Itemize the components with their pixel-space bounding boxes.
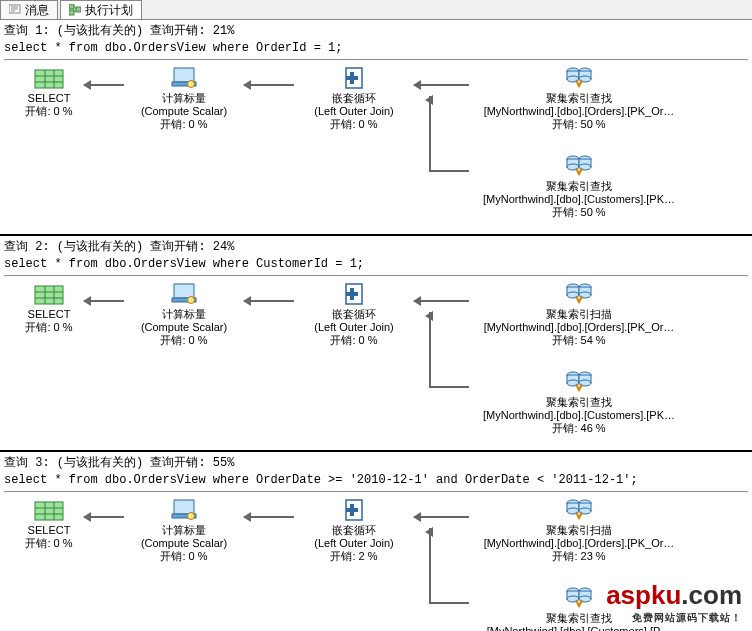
result-icon	[33, 66, 65, 90]
op-cost: 开销: 0 %	[114, 550, 254, 563]
arrow	[414, 84, 469, 86]
query-1-section: 查询 1: (与该批有关的) 查询开销: 21% select * from d…	[0, 20, 752, 236]
tab-execution-plan[interactable]: 执行计划	[60, 0, 142, 19]
query-1-plan: SELECT 开销: 0 % 计算标量 (Compute Scalar) 开销:…	[4, 66, 748, 226]
op-compute-scalar[interactable]: 计算标量 (Compute Scalar) 开销: 0 %	[114, 282, 254, 347]
op-cost: 开销: 0 %	[114, 118, 254, 131]
op-cost: 开销: 0 %	[284, 118, 424, 131]
op-title: 计算标量	[114, 308, 254, 321]
op-clustered-index-seek[interactable]: 聚集索引查找 [MyNorthwind].[dbo].[Customers].[…	[464, 586, 694, 631]
op-title: SELECT	[4, 308, 94, 321]
query-2-plan: SELECT 开销: 0 % 计算标量 (Compute Scalar) 开销:…	[4, 282, 748, 442]
execution-plan-pane[interactable]: 查询 1: (与该批有关的) 查询开销: 21% select * from d…	[0, 20, 752, 631]
op-compute-scalar[interactable]: 计算标量 (Compute Scalar) 开销: 0 %	[114, 66, 254, 131]
op-nested-loops[interactable]: 嵌套循环 (Left Outer Join) 开销: 0 %	[284, 282, 424, 347]
arrow	[414, 300, 469, 302]
arrow-elbow	[429, 528, 469, 604]
index-seek-icon	[563, 66, 595, 90]
op-title: 嵌套循环	[284, 308, 424, 321]
op-title: SELECT	[4, 92, 94, 105]
index-scan-icon	[563, 498, 595, 522]
op-title: 聚集索引扫描	[464, 308, 694, 321]
arrow	[414, 516, 469, 518]
op-title: 嵌套循环	[284, 92, 424, 105]
tab-execution-plan-label: 执行计划	[85, 2, 133, 19]
op-cost: 开销: 0 %	[114, 334, 254, 347]
op-nested-loops[interactable]: 嵌套循环 (Left Outer Join) 开销: 2 %	[284, 498, 424, 563]
compute-scalar-icon	[168, 498, 200, 522]
op-cost: 开销: 0 %	[4, 537, 94, 550]
op-cost: 开销: 0 %	[4, 321, 94, 334]
op-sub: (Compute Scalar)	[114, 105, 254, 118]
op-sub: [MyNorthwind].[dbo].[Customers].[P…	[464, 625, 694, 631]
op-sub: (Left Outer Join)	[284, 105, 424, 118]
op-clustered-index-scan[interactable]: 聚集索引扫描 [MyNorthwind].[dbo].[Orders].[PK_…	[464, 282, 694, 347]
op-title: 聚集索引扫描	[464, 524, 694, 537]
op-sub: [MyNorthwind].[dbo].[Customers].[PK…	[464, 193, 694, 206]
op-cost: 开销: 54 %	[464, 334, 694, 347]
op-title: 聚集索引查找	[464, 92, 694, 105]
op-title: 聚集索引查找	[464, 612, 694, 625]
op-sub: (Left Outer Join)	[284, 321, 424, 334]
index-scan-icon	[563, 282, 595, 306]
op-compute-scalar[interactable]: 计算标量 (Compute Scalar) 开销: 0 %	[114, 498, 254, 563]
op-cost: 开销: 50 %	[464, 206, 694, 219]
query-3-header: 查询 3: (与该批有关的) 查询开销: 55%	[4, 454, 748, 473]
query-3-plan: SELECT 开销: 0 % 计算标量 (Compute Scalar) 开销:…	[4, 498, 748, 631]
compute-scalar-icon	[168, 282, 200, 306]
execution-plan-icon	[69, 4, 81, 16]
op-select[interactable]: SELECT 开销: 0 %	[4, 66, 94, 118]
index-seek-icon	[563, 154, 595, 178]
tab-messages[interactable]: 消息	[0, 0, 58, 19]
result-icon	[33, 498, 65, 522]
op-sub: (Compute Scalar)	[114, 321, 254, 334]
arrow-elbow	[429, 312, 469, 388]
query-1-sql: select * from dbo.OrdersView where Order…	[4, 41, 748, 60]
index-seek-icon	[563, 586, 595, 610]
op-sub: [MyNorthwind].[dbo].[Orders].[PK_Or…	[464, 537, 694, 550]
tab-messages-label: 消息	[25, 2, 49, 19]
query-2-header: 查询 2: (与该批有关的) 查询开销: 24%	[4, 238, 748, 257]
op-sub: [MyNorthwind].[dbo].[Orders].[PK_Or…	[464, 105, 694, 118]
op-clustered-index-seek[interactable]: 聚集索引查找 [MyNorthwind].[dbo].[Orders].[PK_…	[464, 66, 694, 131]
op-cost: 开销: 0 %	[4, 105, 94, 118]
op-title: 聚集索引查找	[464, 396, 694, 409]
query-1-header: 查询 1: (与该批有关的) 查询开销: 21%	[4, 22, 748, 41]
query-2-section: 查询 2: (与该批有关的) 查询开销: 24% select * from d…	[0, 236, 752, 452]
op-cost: 开销: 2 %	[284, 550, 424, 563]
index-seek-icon	[563, 370, 595, 394]
nested-loops-icon	[338, 282, 370, 306]
op-sub: [MyNorthwind].[dbo].[Orders].[PK_Or…	[464, 321, 694, 334]
op-title: 计算标量	[114, 92, 254, 105]
op-clustered-index-scan[interactable]: 聚集索引扫描 [MyNorthwind].[dbo].[Orders].[PK_…	[464, 498, 694, 563]
op-clustered-index-seek[interactable]: 聚集索引查找 [MyNorthwind].[dbo].[Customers].[…	[464, 370, 694, 435]
op-sub: (Compute Scalar)	[114, 537, 254, 550]
messages-icon	[9, 4, 21, 16]
tab-bar: 消息 执行计划	[0, 0, 752, 20]
op-cost: 开销: 0 %	[284, 334, 424, 347]
op-title: 计算标量	[114, 524, 254, 537]
op-cost: 开销: 50 %	[464, 118, 694, 131]
arrow-elbow	[429, 96, 469, 172]
query-2-sql: select * from dbo.OrdersView where Custo…	[4, 257, 748, 276]
op-cost: 开销: 46 %	[464, 422, 694, 435]
op-title: 聚集索引查找	[464, 180, 694, 193]
op-clustered-index-seek[interactable]: 聚集索引查找 [MyNorthwind].[dbo].[Customers].[…	[464, 154, 694, 219]
op-select[interactable]: SELECT 开销: 0 %	[4, 282, 94, 334]
nested-loops-icon	[338, 66, 370, 90]
query-3-sql: select * from dbo.OrdersView where Order…	[4, 473, 748, 492]
op-title: 嵌套循环	[284, 524, 424, 537]
op-nested-loops[interactable]: 嵌套循环 (Left Outer Join) 开销: 0 %	[284, 66, 424, 131]
op-sub: (Left Outer Join)	[284, 537, 424, 550]
result-icon	[33, 282, 65, 306]
query-3-section: 查询 3: (与该批有关的) 查询开销: 55% select * from d…	[0, 452, 752, 631]
compute-scalar-icon	[168, 66, 200, 90]
op-select[interactable]: SELECT 开销: 0 %	[4, 498, 94, 550]
op-cost: 开销: 23 %	[464, 550, 694, 563]
op-title: SELECT	[4, 524, 94, 537]
nested-loops-icon	[338, 498, 370, 522]
op-sub: [MyNorthwind].[dbo].[Customers].[PK…	[464, 409, 694, 422]
